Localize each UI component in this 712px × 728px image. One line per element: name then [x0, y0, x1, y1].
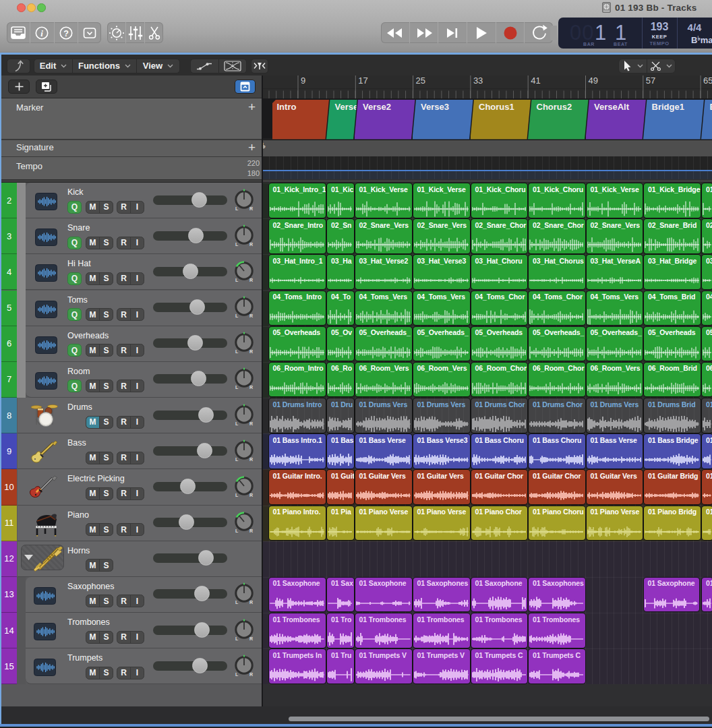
svg-text:R: R: [249, 385, 253, 390]
svg-text:L: L: [235, 313, 239, 318]
svg-text:L: L: [235, 206, 239, 210]
svg-text:?: ?: [63, 28, 69, 38]
svg-text:R: R: [249, 349, 253, 354]
svg-text:L: L: [235, 456, 239, 461]
svg-text:L: L: [235, 385, 239, 390]
svg-text:R: R: [249, 313, 253, 318]
svg-text:L: L: [235, 349, 239, 354]
svg-text:L: L: [235, 600, 239, 605]
svg-text:R: R: [249, 528, 253, 533]
svg-text:R: R: [249, 636, 253, 640]
svg-text:L: L: [235, 277, 239, 282]
svg-text:R: R: [249, 492, 253, 497]
svg-text:R: R: [249, 241, 253, 246]
svg-text:L: L: [235, 421, 239, 425]
svg-text:R: R: [249, 456, 253, 461]
svg-text:i: i: [41, 28, 44, 38]
svg-text:R: R: [249, 277, 253, 282]
svg-text:R: R: [249, 600, 253, 605]
svg-text:R: R: [249, 421, 253, 425]
svg-text:R: R: [249, 206, 253, 210]
svg-text:L: L: [235, 241, 239, 246]
svg-text:L: L: [235, 528, 239, 533]
svg-text:L: L: [235, 671, 239, 676]
svg-text:R: R: [249, 671, 253, 676]
svg-text:L: L: [235, 636, 239, 640]
svg-text:L: L: [235, 492, 239, 497]
